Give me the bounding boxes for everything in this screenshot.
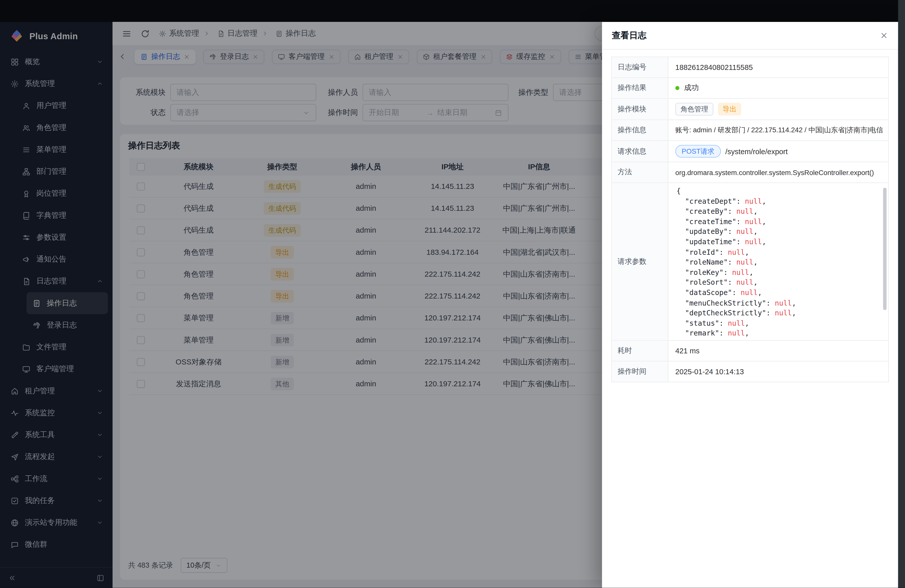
detail-row-module: 操作模块 角色管理 导出: [612, 99, 888, 120]
success-dot: [675, 86, 679, 90]
log-details-table: 日志编号 1882612840802115585 操作结果 成功 操作模块 角色…: [611, 57, 889, 382]
field-label: 日志编号: [612, 57, 668, 77]
field-label: 方法: [612, 162, 668, 182]
screen: Plus Admin 概览 系统管理 用户管理 角色管理: [0, 0, 905, 588]
request-params-code: { "createDept": null, "createBy": null, …: [668, 183, 888, 340]
window-right-strip: [898, 0, 905, 588]
json-line: "menuCheckStrictly": null,: [676, 298, 880, 308]
detail-row-method: 方法 org.dromara.system.controller.system.…: [612, 162, 888, 183]
close-icon[interactable]: [880, 31, 888, 40]
json-line: "roleName": null,: [676, 257, 880, 268]
operation-time-value: 2025-01-24 10:14:13: [675, 367, 744, 376]
field-label: 操作时间: [612, 361, 668, 381]
field-label: 操作信息: [612, 120, 668, 140]
field-label: 请求参数: [612, 183, 668, 340]
detail-row-duration: 耗时 421 ms: [612, 341, 888, 362]
field-label: 耗时: [612, 341, 668, 361]
scrollbar-thumb[interactable]: [883, 188, 887, 310]
operation-tag: 导出: [718, 103, 741, 116]
field-label: 操作结果: [612, 78, 668, 98]
json-line: "roleSort": null,: [676, 278, 880, 288]
drawer-header: 查看日志: [602, 22, 898, 49]
detail-row-result: 操作结果 成功: [612, 78, 888, 99]
log-id-value: 1882612840802115585: [675, 63, 753, 72]
drawer-title: 查看日志: [612, 30, 646, 41]
view-log-drawer: 查看日志 日志编号 1882612840802115585 操作结果 成功 操作…: [602, 22, 898, 588]
json-line: "updateTime": null,: [676, 237, 880, 248]
json-line: "deptCheckStrictly": null,: [676, 308, 880, 318]
result-value: 成功: [684, 83, 699, 93]
json-line: "updateBy": null,: [676, 227, 880, 237]
drawer-body: 日志编号 1882612840802115585 操作结果 成功 操作模块 角色…: [602, 49, 898, 588]
json-line: "roleKey": null,: [676, 268, 880, 278]
json-line: "createTime": null,: [676, 217, 880, 227]
detail-row-request: 请求信息 POST请求 /system/role/export: [612, 141, 888, 162]
operation-info-value: 账号: admin / 研发部门 / 222.175.114.242 / 中国|…: [675, 125, 883, 135]
json-line: "dataScope": null,: [676, 288, 880, 298]
json-line: "remark": null,: [676, 329, 880, 339]
method-value: org.dromara.system.controller.system.Sys…: [675, 168, 874, 176]
field-label: 操作模块: [612, 99, 668, 120]
json-line: "createBy": null,: [676, 207, 880, 217]
detail-row-info: 操作信息 账号: admin / 研发部门 / 222.175.114.242 …: [612, 120, 888, 141]
duration-value: 421 ms: [675, 346, 699, 355]
detail-row-log-id: 日志编号 1882612840802115585: [612, 57, 888, 78]
json-line: "roleId": null,: [676, 248, 880, 257]
post-request-tag: POST请求: [675, 145, 721, 158]
module-tag: 角色管理: [675, 103, 713, 116]
detail-row-params: 请求参数 { "createDept": null, "createBy": n…: [612, 183, 888, 341]
json-line: {: [676, 187, 880, 197]
json-line: "status": null,: [676, 319, 880, 329]
json-line: "createDept": null,: [676, 197, 880, 207]
request-url: /system/role/export: [725, 147, 788, 156]
field-label: 请求信息: [612, 141, 668, 162]
window-top-strip: [0, 0, 905, 22]
detail-row-time: 操作时间 2025-01-24 10:14:13: [612, 361, 888, 381]
